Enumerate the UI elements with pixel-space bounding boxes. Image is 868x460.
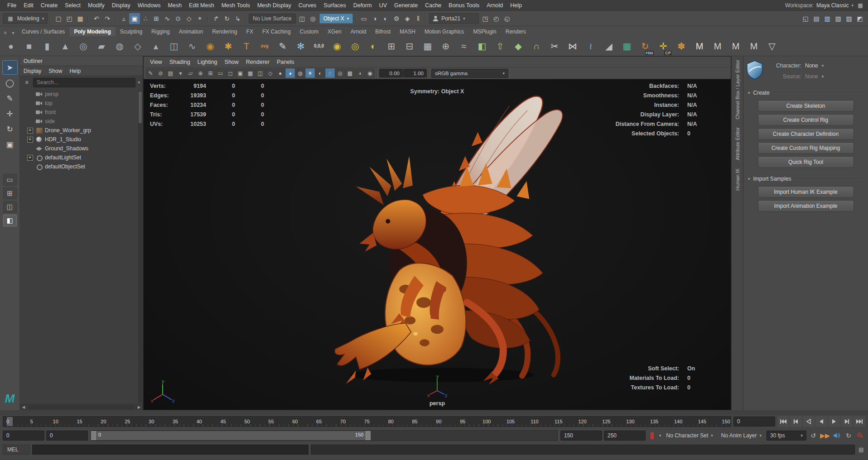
motion-blur-icon[interactable]: ◎ <box>335 68 345 78</box>
expand-toggle-icon[interactable] <box>27 101 33 106</box>
humanik-create-button[interactable]: Create Skeleton <box>758 100 854 112</box>
layout-two-pane[interactable]: ◫ <box>3 201 17 213</box>
expand-toggle-icon[interactable] <box>27 91 33 97</box>
shelf-tab[interactable]: Custom <box>295 27 323 36</box>
animation-start-field[interactable]: 0 <box>3 431 44 441</box>
menubar-item[interactable]: Mesh <box>164 0 186 11</box>
image-plane-icon[interactable]: ▱ <box>186 68 195 78</box>
menubar-item[interactable]: Generate <box>391 0 421 11</box>
pan-zoom-icon[interactable]: ⊕ <box>196 68 205 78</box>
screen-space-ao-icon[interactable]: ◌ <box>325 68 335 78</box>
reset-transform-icon[interactable]: 0,0,0 <box>310 37 328 55</box>
menubar-item[interactable]: Mesh Display <box>254 0 295 11</box>
poly-plane-icon[interactable]: ▰ <box>92 37 111 55</box>
uv-editor-icon[interactable]: ▦ <box>618 37 636 55</box>
playback-range-bar[interactable]: 0 150 <box>91 431 371 440</box>
select-by-object-icon[interactable]: ▣ <box>129 13 140 24</box>
shelf-tab[interactable]: Renders <box>501 27 530 36</box>
edge-flow-icon[interactable]: ≀ <box>582 37 600 55</box>
redo-icon[interactable]: ↷ <box>102 13 113 24</box>
shelf-tab-menu-icon[interactable]: ≡ <box>2 29 9 36</box>
boolean-difference-icon[interactable]: ◎ <box>346 37 364 55</box>
menubar-item[interactable]: Windows <box>134 0 164 11</box>
shelf-tab[interactable]: MASH <box>395 27 420 36</box>
move-tool[interactable]: ✛ <box>2 106 18 121</box>
range-end-handle[interactable] <box>366 431 371 440</box>
crease-tool-icon[interactable]: ◢ <box>600 37 618 55</box>
outliner-item[interactable]: top <box>20 99 143 108</box>
menubar-item[interactable]: Edit <box>20 0 37 11</box>
command-language-toggle[interactable]: MEL <box>3 445 30 455</box>
wireframe-mode-icon[interactable]: ◇ <box>265 68 275 78</box>
shelf-tab[interactable]: Bifrost <box>371 27 395 36</box>
fps-dropdown[interactable]: 30 fps ▾ <box>767 431 806 441</box>
camera-lock-icon[interactable]: ⊘ <box>156 68 165 78</box>
poly-cube-icon[interactable]: ■ <box>20 37 38 55</box>
freeze-transform-icon[interactable]: ✻ <box>292 37 310 55</box>
field-chart-icon[interactable]: ▦ <box>246 68 255 78</box>
expand-toggle-icon[interactable] <box>27 119 33 125</box>
filter-list-icon[interactable]: ≡ <box>23 78 31 86</box>
menubar-item[interactable]: Display <box>108 0 134 11</box>
expand-toggle-icon[interactable] <box>27 137 33 143</box>
time-slider[interactable]: 0510152025303540455055606570758085909510… <box>3 416 731 427</box>
exposure-field[interactable]: 0.00 <box>379 69 403 77</box>
snap-to-grid-icon[interactable]: ⊞ <box>151 13 162 24</box>
step-back-key-button[interactable] <box>803 416 815 427</box>
menubar-item[interactable]: Surfaces <box>320 0 349 11</box>
humanik-create-button[interactable]: Quick Rig Tool <box>758 156 854 168</box>
viewport-menu-item[interactable]: Panels <box>273 57 298 67</box>
group-separator[interactable] <box>244 13 248 24</box>
sidebar-vertical-tab[interactable]: Channel Box / Layer Editor <box>735 60 740 119</box>
section-collapse-icon[interactable]: ▾ <box>748 91 750 95</box>
layout-four-pane[interactable]: ⊞ <box>3 187 17 199</box>
outliner-menu-item[interactable]: Help <box>66 66 84 76</box>
group-separator[interactable] <box>424 13 428 24</box>
poly-pipe-icon[interactable]: ◫ <box>165 37 183 55</box>
viewport-canvas[interactable]: Verts: 9194 0 0 Edges: 19393 0 0 Faces: … <box>144 79 731 410</box>
viewport-menu-item[interactable]: View <box>146 57 166 67</box>
shelf-tab[interactable]: Poly Modeling <box>69 27 115 36</box>
anim-layer-dropdown[interactable]: No Anim Layer ▾ <box>718 431 765 441</box>
use-default-material-icon[interactable]: ◍ <box>295 68 305 78</box>
viewport-menu-item[interactable]: Shading <box>166 57 194 67</box>
menubar-item[interactable]: Edit Mesh <box>185 0 218 11</box>
poly-sphere-icon[interactable]: ● <box>2 37 20 55</box>
shelf-tab[interactable]: FX Caching <box>258 27 295 36</box>
sidebar-vertical-tab[interactable]: Human IK <box>735 168 740 191</box>
shelf-tab[interactable]: Rendering <box>207 27 241 36</box>
outliner-vertical-scrollbar[interactable] <box>138 91 142 403</box>
grease-pencil-icon[interactable]: ✎ <box>146 68 155 78</box>
poly-pyramid-icon[interactable]: ▴ <box>147 37 165 55</box>
shelf-tab[interactable]: Arnold <box>346 27 371 36</box>
gate-mask-icon[interactable]: ▣ <box>236 68 245 78</box>
pause-viewport-icon[interactable]: ‖ <box>413 13 424 24</box>
paint-bucket-icon[interactable]: ▽ <box>763 37 781 55</box>
render-current-frame-icon[interactable]: ◑ <box>369 13 380 24</box>
make-live-icon[interactable]: ⌖ <box>194 13 205 24</box>
outliner-item[interactable]: defaultObjectSet <box>20 162 143 171</box>
hypershade-icon[interactable]: ◈ <box>402 13 413 24</box>
outliner-menu-item[interactable]: Show <box>45 66 66 76</box>
tool-settings-toggle-icon[interactable]: ▧ <box>833 13 844 24</box>
separate-icon[interactable]: ⊟ <box>400 37 419 55</box>
layout-persp-outliner[interactable]: ◧ <box>3 215 17 226</box>
play-forwards-button[interactable] <box>828 416 840 427</box>
shelf-tab[interactable]: Rigging <box>147 27 174 36</box>
open-render-view-icon[interactable]: ▭ <box>358 13 369 24</box>
anim-bookmark-icon[interactable] <box>647 431 657 441</box>
scrollbar-thumb[interactable] <box>139 91 142 123</box>
multi-cut-icon[interactable]: ✂ <box>545 37 564 55</box>
soft-select-toggle-icon[interactable]: ◎ <box>308 13 318 24</box>
select-by-component-icon[interactable]: ∴ <box>140 13 151 24</box>
range-slider[interactable]: 0 150 <box>91 430 558 441</box>
import-section-header[interactable]: ▾ Import Samples <box>748 176 863 182</box>
layout-single-pane[interactable]: ▭ <box>3 174 17 186</box>
go-to-end-button[interactable] <box>854 416 865 427</box>
rotate-tool[interactable]: ↻ <box>2 122 18 136</box>
viewport-menu-item[interactable]: Show <box>221 57 242 67</box>
scroll-left-icon[interactable]: ◀ <box>20 405 27 410</box>
animation-end-field[interactable]: 250 <box>604 431 646 441</box>
humanik-import-button[interactable]: Import Animation Example <box>758 200 854 212</box>
camera-attributes-icon[interactable]: ▤ <box>166 68 175 78</box>
